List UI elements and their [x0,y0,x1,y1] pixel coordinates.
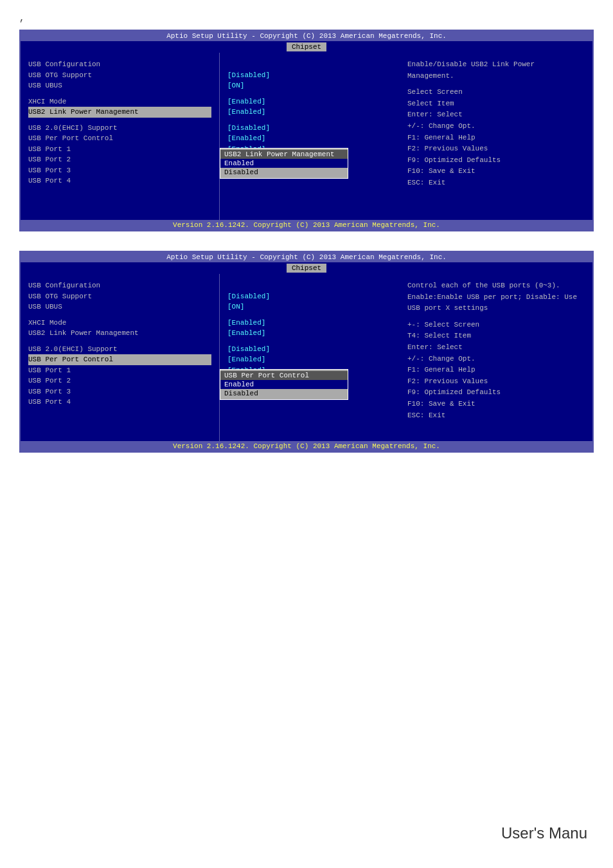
popup-title-1: USB2 Link Power Management [220,150,348,159]
list-item[interactable]: USB Port 2 [28,375,211,386]
list-item[interactable]: USB Per Port Control [28,133,211,144]
value-item [227,280,392,291]
value-item: [Enabled] [227,328,392,339]
value-item: [ON] [227,80,392,91]
popup-title-2: USB Per Port Control [220,371,348,380]
list-item[interactable]: USB Per Port Control [28,354,211,365]
help-text-2: Control each of the USB ports (0~3). Ena… [407,280,585,314]
dropdown-popup-1: USB2 Link Power Management Enabled Disab… [220,148,348,179]
list-item[interactable]: USB 2.0(EHCI) Support [28,344,211,355]
list-item[interactable]: USB OTG Support [28,70,211,81]
list-item[interactable]: USB Port 3 [28,165,211,176]
list-item[interactable]: USB UBUS [28,80,211,91]
key-help-item: F9: Optimized Defaults [407,155,585,167]
list-item[interactable]: USB Port 4 [28,176,211,186]
bios-footer-1: Version 2.16.1242. Copyright (C) 2013 Am… [21,220,592,230]
key-help-item: F2: Previous Values [407,143,585,155]
bios-tab-bar-2: Chipset [21,262,592,274]
bios-window-2: Aptio Setup Utility - Copyright (C) 2013… [19,251,594,453]
list-item[interactable]: USB Port 3 [28,386,211,397]
list-item[interactable]: USB OTG Support [28,291,211,302]
key-help-item: ESC: Exit [407,177,585,189]
list-item[interactable]: XHCI Mode [28,318,211,329]
list-item[interactable]: XHCI Mode [28,96,211,107]
page-content: , Aptio Setup Utility - Copyright (C) 20… [0,0,613,485]
key-help-item: Select Item [407,98,585,110]
key-help-item: Select Screen [407,87,585,98]
bios-left-1: USB Configuration USB OTG Support USB UB… [21,53,220,220]
bios-title-bar-2: Aptio Setup Utility - Copyright (C) 2013… [21,252,592,262]
value-item: [Disabled] [227,291,392,302]
key-help-item: +/-: Change Opt. [407,121,585,132]
key-help-item: Enter: Select [407,342,585,354]
value-item: [Disabled] [227,344,392,355]
comma-mark: , [19,13,594,23]
value-item: [Enabled] [227,354,392,365]
list-item[interactable]: USB2 Link Power Management [28,107,211,118]
bios-body-2: USB Configuration USB OTG Support USB UB… [21,274,592,441]
bios-body-1: USB Configuration USB OTG Support USB UB… [21,53,592,220]
key-help-item: F10: Save & Exit [407,399,585,410]
dropdown-popup-2: USB Per Port Control Enabled Disabled [220,369,348,400]
popup-item[interactable]: Enabled [220,159,348,168]
list-item: USB Configuration [28,280,211,291]
key-help-item: ESC: Exit [407,410,585,422]
key-help-1: Select Screen Select Item Enter: Select … [407,87,585,188]
bios-tab-bar-1: Chipset [21,41,592,53]
key-help-item: F10: Save & Exit [407,166,585,177]
bios-right-1: Enable/Disable USB2 Link Power Managemen… [400,53,592,220]
bios-tab-1[interactable]: Chipset [287,42,326,51]
key-help-item: T4: Select Item [407,330,585,342]
list-item[interactable]: USB2 Link Power Management [28,328,211,339]
value-item: [Disabled] [227,123,392,134]
popup-item[interactable]: Disabled [220,389,348,398]
bios-right-2: Control each of the USB ports (0~3). Ena… [400,274,592,441]
value-item: [ON] [227,302,392,312]
key-help-item: F2: Previous Values [407,376,585,388]
value-item: [Enabled] [227,318,392,329]
bios-center-2: [Disabled] [ON] [Enabled] [Enabled] [Dis… [220,274,400,441]
users-manu-label: User's Manu [501,824,587,842]
value-item [227,59,392,70]
list-item[interactable]: USB 2.0(EHCI) Support [28,123,211,134]
value-item: [Enabled] [227,107,392,118]
bios-center-1: [Disabled] [ON] [Enabled] [Enabled] [Dis… [220,53,400,220]
list-item[interactable]: USB UBUS [28,302,211,312]
key-help-item: F1: General Help [407,132,585,144]
bios-tab-2[interactable]: Chipset [287,264,326,273]
popup-item[interactable]: Disabled [220,168,348,177]
key-help-item: F1: General Help [407,365,585,376]
list-item: USB Configuration [28,59,211,70]
bios-footer-2: Version 2.16.1242. Copyright (C) 2013 Am… [21,441,592,451]
help-text-1: Enable/Disable USB2 Link Power Managemen… [407,59,585,82]
key-help-2: +-: Select Screen T4: Select Item Enter:… [407,320,585,421]
value-item: [Enabled] [227,133,392,144]
key-help-item: +/-: Change Opt. [407,354,585,365]
value-item: [Enabled] [227,96,392,107]
value-item: [Disabled] [227,70,392,81]
key-help-item: F9: Optimized Defaults [407,387,585,399]
list-item[interactable]: USB Port 2 [28,154,211,165]
list-item[interactable]: USB Port 1 [28,144,211,155]
key-help-item: Enter: Select [407,109,585,121]
bios-title-bar-1: Aptio Setup Utility - Copyright (C) 2013… [21,31,592,41]
bios-window-1: Aptio Setup Utility - Copyright (C) 2013… [19,30,594,231]
popup-item[interactable]: Enabled [220,380,348,389]
list-item[interactable]: USB Port 1 [28,365,211,376]
bios-left-2: USB Configuration USB OTG Support USB UB… [21,274,220,441]
list-item[interactable]: USB Port 4 [28,397,211,408]
key-help-item: +-: Select Screen [407,320,585,331]
